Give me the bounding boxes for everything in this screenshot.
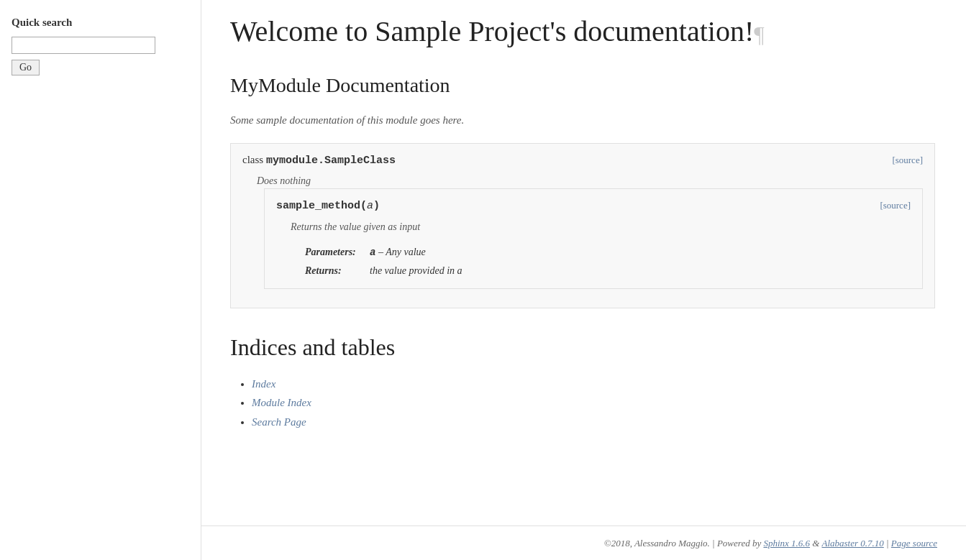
returns-label: Returns: bbox=[305, 263, 370, 278]
indices-title: Indices and tables bbox=[230, 330, 935, 364]
parameters-label: Parameters: bbox=[305, 244, 370, 260]
method-definition: sample_method(a) [source] Returns the va… bbox=[264, 188, 923, 289]
list-item: Module Index bbox=[252, 395, 935, 411]
module-description: Some sample documentation of this module… bbox=[230, 112, 935, 129]
sidebar: Quick search Go bbox=[0, 0, 201, 560]
list-item: Index bbox=[252, 376, 935, 393]
alabaster-link[interactable]: Alabaster 0.7.10 bbox=[821, 538, 883, 548]
footer: ©2018, Alessandro Maggio. | Powered by S… bbox=[201, 525, 966, 561]
method-name: sample_method bbox=[276, 200, 360, 212]
main-content: Welcome to Sample Project's documentatio… bbox=[201, 0, 964, 525]
returns-value: the value provided in a bbox=[370, 263, 463, 278]
returns-row: Returns: the value provided in a bbox=[305, 263, 911, 278]
pilcrow-icon: ¶ bbox=[754, 22, 765, 47]
sphinx-link[interactable]: Sphinx 1.6.6 bbox=[763, 538, 810, 548]
class-name: mymodule.SampleClass bbox=[266, 155, 396, 167]
index-link[interactable]: Index bbox=[252, 378, 275, 390]
quick-search-label: Quick search bbox=[12, 14, 189, 31]
indices-section: Indices and tables Index Module Index Se… bbox=[230, 330, 935, 431]
indices-list: Index Module Index Search Page bbox=[230, 376, 935, 431]
search-page-link[interactable]: Search Page bbox=[252, 416, 306, 428]
class-source-link[interactable]: [source] bbox=[892, 153, 923, 167]
method-source-link[interactable]: [source] bbox=[880, 198, 911, 213]
class-definition: class mymodule.SampleClass [source] Does… bbox=[230, 143, 935, 308]
params-table: Parameters: a – Any value Returns: the v… bbox=[305, 244, 911, 278]
footer-copyright: ©2018, Alessandro Maggio. bbox=[604, 538, 710, 548]
footer-powered-by: | Powered by bbox=[712, 538, 763, 548]
parameters-row: Parameters: a – Any value bbox=[305, 244, 911, 260]
page-title: Welcome to Sample Project's documentatio… bbox=[230, 14, 935, 49]
method-description: Returns the value given as input bbox=[291, 219, 911, 234]
footer-ampersand: & bbox=[812, 538, 821, 548]
list-item: Search Page bbox=[252, 414, 935, 431]
method-signature: sample_method(a) bbox=[276, 196, 380, 215]
class-keyword: class bbox=[242, 154, 266, 165]
page-source-link[interactable]: Page source bbox=[891, 538, 937, 548]
footer-pipe: | bbox=[886, 538, 891, 548]
method-param: a bbox=[367, 200, 373, 212]
class-description: Does nothing bbox=[257, 173, 923, 188]
search-input[interactable] bbox=[12, 37, 155, 54]
module-section: MyModule Documentation Some sample docum… bbox=[230, 70, 935, 308]
param-value: a – Any value bbox=[370, 244, 426, 260]
module-section-title: MyModule Documentation bbox=[230, 70, 935, 101]
class-def-text: class mymodule.SampleClass bbox=[242, 151, 396, 170]
go-button[interactable]: Go bbox=[12, 60, 40, 75]
module-index-link[interactable]: Module Index bbox=[252, 397, 311, 408]
